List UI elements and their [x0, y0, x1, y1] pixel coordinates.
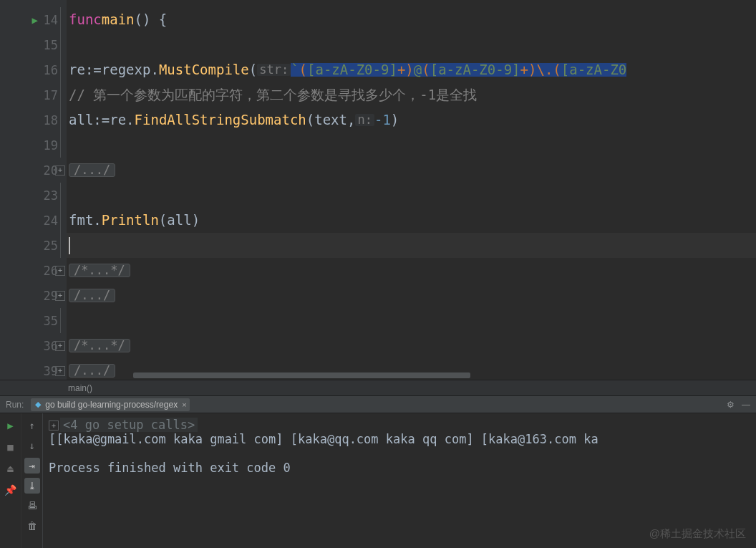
watermark: @稀土掘金技术社区	[649, 527, 746, 541]
gear-icon[interactable]: ⚙	[727, 400, 735, 410]
run-toolbar-secondary: ↑ ↓ ⇥ ⤓ 🖶 🗑	[21, 413, 43, 548]
horizontal-scrollbar[interactable]	[133, 371, 746, 380]
run-tab-label: go build go-learning-process/regex	[45, 400, 178, 410]
comment: // 第一个参数为匹配的字符，第二个参数是寻找多少个，-1是全找	[69, 88, 477, 102]
editor-pane: ▶ 14 15 16 17 18 19 20+ 23 24 25 26+ 29+…	[0, 0, 756, 380]
minimize-icon[interactable]: —	[742, 400, 750, 410]
console-line: [[kaka@gmail.com kaka gmail com] [kaka@q…	[49, 432, 598, 446]
code-line[interactable]: func main() {	[67, 7, 756, 32]
code-line[interactable]: re := regexp.MustCompile( str: `([a-zA-Z…	[67, 57, 756, 82]
fold-guideline	[60, 7, 61, 32]
param-hint: str:	[257, 64, 291, 76]
fold-expand-icon[interactable]: +	[55, 291, 65, 301]
run-body: ▶ ■ ⏏ 📌 ↑ ↓ ⇥ ⤓ 🖶 🗑 +<4 go setup calls> …	[0, 413, 756, 548]
exit-button[interactable]: ⏏	[3, 461, 19, 476]
fold-expand-icon[interactable]: +	[55, 266, 65, 276]
scroll-down-button[interactable]: ↓	[24, 438, 40, 453]
fold-expand-icon[interactable]: +	[55, 366, 65, 376]
function-name: main	[102, 13, 135, 27]
breadcrumb[interactable]: main()	[0, 380, 756, 395]
run-label: Run:	[6, 400, 24, 410]
folded-region[interactable]: /*...*/	[69, 339, 130, 352]
run-line-icon[interactable]: ▶	[32, 14, 38, 26]
code-line[interactable]: /.../	[67, 283, 756, 308]
code-line[interactable]: /.../	[67, 158, 756, 183]
param-hint: n:	[355, 114, 374, 126]
code-line[interactable]	[67, 183, 756, 208]
code-line[interactable]: /*...*/	[67, 258, 756, 283]
folded-region[interactable]: /.../	[69, 289, 115, 302]
folded-region[interactable]: /*...*/	[69, 264, 130, 277]
code-line[interactable]	[67, 32, 756, 57]
fold-expand-icon[interactable]: +	[55, 341, 65, 351]
scroll-to-end-button[interactable]: ⤓	[24, 478, 40, 494]
folded-region[interactable]: /.../	[69, 364, 115, 378]
keyword: func	[69, 13, 102, 27]
caret	[69, 237, 70, 254]
close-icon[interactable]: ×	[182, 400, 186, 409]
soft-wrap-button[interactable]: ⇥	[24, 458, 40, 474]
run-tool-window: Run: ◆ go build go-learning-process/rege…	[0, 395, 756, 548]
console-output[interactable]: +<4 go setup calls> [[kaka@gmail.com kak…	[43, 413, 756, 548]
rerun-button[interactable]: ▶	[3, 418, 19, 433]
code-line[interactable]	[67, 308, 756, 333]
code-line[interactable]: /*...*/	[67, 333, 756, 358]
scroll-up-button[interactable]: ↑	[24, 418, 40, 433]
punct: () {	[135, 13, 168, 27]
code-line[interactable]: // 第一个参数为匹配的字符，第二个参数是寻找多少个，-1是全找	[67, 82, 756, 107]
fold-expand-icon[interactable]: +	[49, 420, 59, 431]
code-line[interactable]: all := re.FindAllStringSubmatch(text, n:…	[67, 107, 756, 133]
print-button[interactable]: 🖶	[24, 498, 40, 514]
code-line[interactable]	[67, 133, 756, 158]
console-fold-label[interactable]: <4 go setup calls>	[60, 418, 198, 432]
run-header: Run: ◆ go build go-learning-process/rege…	[0, 396, 756, 413]
code-line[interactable]: fmt.Println(all)	[67, 208, 756, 233]
code-area[interactable]: func main() { re := regexp.MustCompile( …	[67, 0, 756, 380]
pin-button[interactable]: 📌	[3, 482, 19, 498]
go-file-icon: ◆	[35, 400, 41, 409]
code-line-current[interactable]	[67, 233, 756, 258]
folded-region[interactable]: /.../	[69, 163, 115, 177]
scrollbar-thumb[interactable]	[133, 372, 470, 378]
fold-expand-icon[interactable]: +	[55, 165, 65, 176]
breadcrumb-item[interactable]: main()	[68, 383, 92, 393]
gutter: ▶ 14 15 16 17 18 19 20+ 23 24 25 26+ 29+…	[0, 0, 67, 380]
run-tab[interactable]: ◆ go build go-learning-process/regex ×	[31, 398, 189, 411]
stop-button[interactable]: ■	[3, 439, 19, 455]
run-toolbar-primary: ▶ ■ ⏏ 📌	[0, 413, 21, 548]
clear-button[interactable]: 🗑	[24, 518, 40, 534]
gutter-row[interactable]: ▶ 14	[0, 7, 67, 32]
console-exit-line: Process finished with exit code 0	[49, 461, 291, 475]
